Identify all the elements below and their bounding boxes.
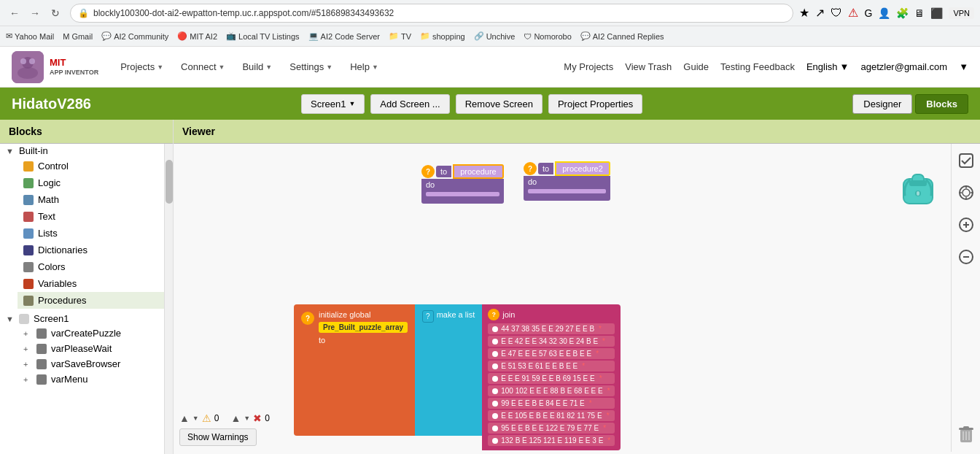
bookmark-shopping-label: shopping [432, 32, 465, 41]
svg-rect-7 [909, 180, 927, 186]
language-selector[interactable]: English ▼ [806, 61, 849, 72]
main-nav: Projects ▼ Connect ▼ Build ▼ Settings ▼ … [113, 57, 386, 77]
guide-link[interactable]: Guide [683, 61, 709, 72]
bookmark-tv[interactable]: 📁 TV [389, 31, 411, 41]
screen1-icon [19, 314, 29, 324]
reload-button[interactable]: ↻ [47, 4, 64, 22]
category-procedures[interactable]: Procedures [18, 292, 173, 309]
warning-icons: ▲ ▼ ⚠ 0 ▲ ▼ ✖ 0 [179, 412, 270, 424]
logic-icon [23, 178, 34, 188]
backpack-icon [896, 166, 940, 209]
nav-help[interactable]: Help ▼ [343, 57, 386, 77]
ai2-community-icon: 💬 [101, 31, 112, 41]
join-dot-1 [492, 339, 498, 345]
logic-label: Logic [38, 177, 61, 188]
text-label: Text [38, 211, 55, 222]
category-logic[interactable]: Logic [18, 174, 173, 191]
category-math[interactable]: Math [18, 191, 173, 208]
address-bar[interactable]: 🔒 blockly100300-dot-ai2-ewpatton-temp.uc… [70, 4, 793, 23]
procedure1-name: procedure [453, 164, 504, 179]
init-question-icon: ? [301, 312, 314, 325]
blocks-button[interactable]: Blocks [915, 94, 968, 114]
bookmark-action-icon[interactable]: ★ [799, 6, 809, 20]
var-please-wait-icon [36, 344, 47, 354]
nav-connect[interactable]: Connect ▼ [174, 57, 232, 77]
var-save-browser[interactable]: + varSaveBrowser [18, 356, 173, 372]
nav-settings[interactable]: Settings ▼ [282, 57, 340, 77]
bookmark-local-tv[interactable]: 📺 Local TV Listings [226, 31, 300, 41]
nav-projects[interactable]: Projects ▼ [113, 57, 171, 77]
back-button[interactable]: ← [6, 4, 23, 22]
initialize-block[interactable]: ? initialize global Pre_Built_puzzle_arr… [294, 304, 621, 450]
viewer-content[interactable]: ? to procedure do ? to procedure2 do [174, 144, 980, 452]
profile-icon[interactable]: 👤 [878, 7, 890, 19]
show-warnings-button[interactable]: Show Warnings [179, 428, 257, 446]
category-colors[interactable]: Colors [18, 258, 173, 275]
trash-icon [958, 426, 974, 445]
screen1-section[interactable]: ▼ Screen1 [0, 312, 173, 326]
zoom-out-icon-btn[interactable] [955, 246, 977, 268]
join-row-9-text: 132 B E 125 121 E 119 E E 3 E [501, 436, 603, 445]
category-control[interactable]: Control [18, 158, 173, 174]
warning-triangle-icon[interactable]: ⚠ [848, 6, 858, 20]
nav-projects-label: Projects [120, 61, 155, 72]
nav-build[interactable]: Build ▼ [235, 57, 279, 77]
share-icon[interactable]: ↗ [815, 6, 825, 20]
backpack[interactable] [896, 166, 940, 212]
trash-icon-btn[interactable] [955, 424, 977, 446]
builtin-section[interactable]: ▼ Built-in [0, 144, 173, 158]
triangle-count: 0 [214, 413, 219, 423]
category-variables[interactable]: Variables [18, 275, 173, 292]
procedure1-block[interactable]: ? to procedure do [421, 164, 504, 204]
triangle-warning-icon: ⚠ [202, 412, 211, 424]
bookmark-mit-ai2[interactable]: 🔴 MIT AI2 [177, 31, 217, 41]
svg-point-2 [18, 67, 38, 79]
my-projects-link[interactable]: My Projects [564, 61, 613, 72]
category-dictionaries[interactable]: Dictionaries [18, 242, 173, 258]
blocks-panel-header: Blocks [0, 120, 173, 144]
extension-icon[interactable]: G [864, 7, 872, 19]
bookmark-unchive[interactable]: 🔗 Unchive [474, 31, 516, 41]
desktop2-icon[interactable]: ⬛ [930, 7, 943, 19]
bookmark-yahoo-mail[interactable]: ✉ Yahoo Mail [6, 31, 54, 41]
zoom-in-icon-btn[interactable] [955, 214, 977, 236]
svg-rect-9 [917, 191, 919, 196]
join-row-9: 132 B E 125 121 E 119 E E 3 E * [488, 435, 615, 446]
join-row-1-text: E E 42 E E 34 32 30 E 24 B E [501, 337, 598, 345]
join-dot-7 [492, 413, 498, 419]
monitor-icon[interactable]: 🖥 [914, 7, 925, 19]
project-properties-button[interactable]: Project Properties [548, 94, 642, 114]
bookmark-gmail[interactable]: M Gmail [63, 32, 93, 41]
procedure2-block[interactable]: ? to procedure2 do [524, 161, 610, 201]
view-trash-link[interactable]: View Trash [625, 61, 672, 72]
bookmark-ai2-canned[interactable]: 💬 AI2 Canned Replies [580, 31, 664, 41]
bookmark-ai2-code-server[interactable]: 💻 AI2 Code Server [308, 31, 380, 41]
bookmark-ai2-community[interactable]: 💬 AI2 Community [101, 31, 168, 41]
puzzle-icon[interactable]: 🧩 [896, 7, 909, 19]
designer-button[interactable]: Designer [852, 94, 912, 114]
screen-selector[interactable]: Screen1 ▼ [301, 94, 365, 114]
add-screen-button[interactable]: Add Screen ... [370, 94, 449, 114]
control-label: Control [38, 161, 69, 172]
var-create-puzzle[interactable]: + varCreatePuzzle [18, 326, 173, 341]
category-text[interactable]: Text [18, 208, 173, 225]
bookmark-shopping[interactable]: 📁 shopping [420, 31, 465, 41]
checkbox-icon-btn[interactable] [955, 150, 977, 172]
var-please-wait-label: varPleaseWait [51, 343, 112, 354]
join-row-2: E 47 E E E 57 63 E E B E E * [488, 348, 615, 359]
remove-screen-button[interactable]: Remove Screen [456, 94, 542, 114]
make-list-block: ? make a list [415, 304, 482, 436]
scroll-thumb [166, 160, 173, 204]
var-menu[interactable]: + varMenu [18, 372, 173, 387]
zoom-in-icon [958, 217, 974, 233]
target-icon-btn[interactable] [955, 182, 977, 204]
forward-button[interactable]: → [26, 4, 44, 22]
category-lists[interactable]: Lists [18, 225, 173, 242]
join-dot-3 [492, 363, 498, 369]
bookmark-nomorobo[interactable]: 🛡 Nomorobo [524, 32, 571, 41]
var-please-wait[interactable]: + varPleaseWait [18, 341, 173, 356]
variables-label: Variables [38, 278, 77, 289]
testing-feedback-link[interactable]: Testing Feedback [720, 61, 795, 72]
shield-icon[interactable]: 🛡 [831, 7, 842, 20]
blocks-scrollbar[interactable] [164, 144, 173, 454]
